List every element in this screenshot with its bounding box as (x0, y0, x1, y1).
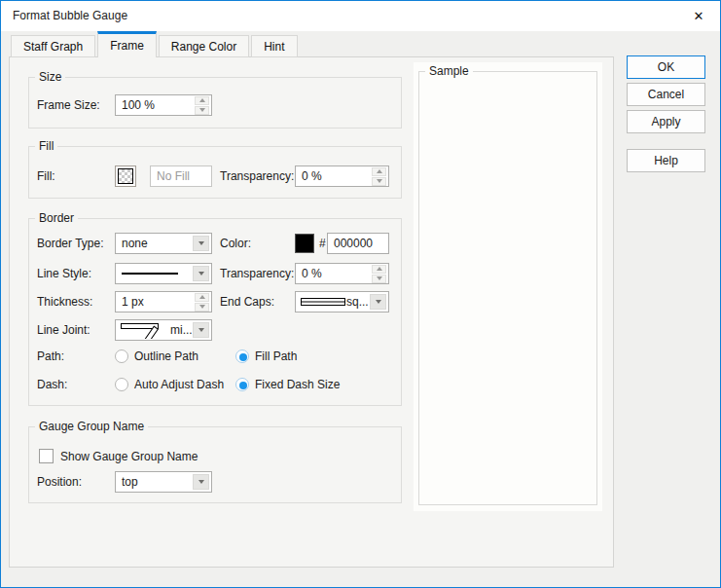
help-button[interactable]: Help (627, 149, 705, 172)
spin-down-icon[interactable] (195, 106, 209, 115)
path-label: Path: (37, 346, 64, 367)
line-joint-dropdown[interactable]: mi... (115, 319, 212, 341)
position-value: top (116, 472, 193, 492)
fill-group-label: Fill (35, 139, 57, 153)
sample-panel: Sample (414, 62, 602, 511)
end-caps-value: sq... (345, 292, 370, 312)
solid-line-icon (121, 271, 179, 276)
spin-up-icon[interactable] (372, 167, 386, 176)
border-color-hex-input[interactable]: 000000 (327, 233, 389, 254)
square-cap-icon (301, 297, 345, 307)
fill-swatch-button[interactable] (115, 165, 136, 187)
spin-up-icon[interactable] (195, 96, 209, 105)
dialog-title: Format Bubble Gauge (13, 9, 127, 22)
line-joint-value: mi... (169, 320, 193, 340)
line-style-dropdown[interactable] (115, 263, 212, 284)
miter-joint-icon (121, 321, 169, 339)
border-transparency-spinner (372, 265, 386, 283)
fixed-dash-size-radio[interactable]: Fixed Dash Size (235, 377, 340, 392)
chevron-down-icon[interactable] (193, 266, 209, 281)
size-group: Size Frame Size: 100 % (28, 77, 402, 129)
format-bubble-gauge-dialog: Format Bubble Gauge ✕ Staff Graph Frame … (0, 0, 721, 588)
spin-down-icon[interactable] (195, 303, 209, 312)
chevron-down-icon[interactable] (193, 236, 209, 251)
border-color-swatch[interactable] (295, 234, 314, 253)
apply-button[interactable]: Apply (627, 110, 705, 133)
gauge-group-name-group: Gauge Group Name Show Gauge Group Name P… (28, 426, 402, 503)
border-type-label: Border Type: (37, 233, 103, 254)
frame-size-label: Frame Size: (37, 94, 100, 116)
position-dropdown[interactable]: top (115, 471, 212, 493)
thickness-label: Thickness: (37, 291, 92, 312)
line-joint-label: Line Joint: (37, 319, 90, 341)
chevron-down-icon[interactable] (370, 294, 386, 310)
fixed-dash-size-label: Fixed Dash Size (255, 378, 340, 391)
title-bar: Format Bubble Gauge ✕ (1, 1, 720, 31)
spin-up-icon[interactable] (195, 293, 209, 302)
fill-label: Fill: (37, 165, 55, 187)
fill-value: No Fill (151, 166, 211, 186)
outline-path-radio[interactable]: Outline Path (115, 349, 198, 364)
frame-size-value: 100 % (116, 95, 195, 115)
position-label: Position: (37, 471, 82, 493)
show-gauge-group-name-checkbox[interactable] (39, 449, 54, 463)
outline-path-label: Outline Path (134, 349, 198, 363)
frame-size-spinner (195, 96, 209, 115)
border-color-hex-value: 000000 (328, 234, 388, 253)
border-type-dropdown[interactable]: none (115, 233, 212, 254)
tab-range-color[interactable]: Range Color (159, 35, 249, 57)
thickness-input[interactable]: 1 px (115, 291, 212, 312)
border-transparency-input[interactable]: 0 % (295, 263, 389, 284)
line-style-label: Line Style: (37, 263, 91, 284)
auto-adjust-dash-label: Auto Adjust Dash (134, 378, 224, 391)
thickness-spinner (195, 293, 209, 312)
tab-staff-graph[interactable]: Staff Graph (11, 35, 95, 57)
auto-adjust-dash-radio[interactable]: Auto Adjust Dash (115, 377, 224, 392)
fill-value-field[interactable]: No Fill (150, 165, 212, 187)
fill-path-radio[interactable]: Fill Path (235, 349, 297, 364)
fill-transparency-value: 0 % (296, 166, 372, 186)
border-group-label: Border (35, 211, 78, 225)
radio-unselected-icon (115, 349, 128, 363)
radio-unselected-icon (115, 378, 128, 391)
border-transparency-value: 0 % (296, 264, 372, 283)
sample-group-label: Sample (425, 64, 473, 78)
fill-path-label: Fill Path (255, 349, 297, 363)
ok-button[interactable]: OK (627, 55, 705, 79)
spin-down-icon[interactable] (372, 275, 386, 283)
spin-up-icon[interactable] (372, 265, 386, 274)
radio-selected-icon (235, 378, 249, 391)
thickness-value: 1 px (116, 292, 195, 312)
spin-down-icon[interactable] (372, 177, 386, 186)
close-icon[interactable]: ✕ (688, 6, 709, 27)
cancel-button[interactable]: Cancel (627, 83, 705, 106)
hex-hash-label: # (319, 233, 326, 254)
fill-transparency-label: Transparency: (220, 165, 294, 187)
fill-transparency-input[interactable]: 0 % (295, 165, 389, 187)
end-caps-label: End Caps: (220, 291, 274, 312)
fill-transparency-spinner (372, 167, 386, 186)
tab-frame[interactable]: Frame (97, 31, 157, 57)
border-type-value: none (116, 234, 193, 253)
gauge-group-name-label: Gauge Group Name (35, 420, 148, 433)
size-group-label: Size (35, 70, 65, 84)
fill-group: Fill Fill: No Fill Transparency: 0 % (28, 146, 402, 199)
chevron-down-icon[interactable] (193, 474, 209, 490)
show-gauge-group-name-label: Show Gauge Group Name (60, 449, 198, 464)
transparent-fill-icon (118, 168, 133, 184)
radio-selected-icon (235, 349, 249, 363)
tab-bar: Staff Graph Frame Range Color Hint (11, 31, 300, 57)
dash-label: Dash: (37, 374, 67, 395)
border-transparency-label: Transparency: (220, 263, 294, 284)
end-caps-dropdown[interactable]: sq... (295, 291, 389, 312)
border-color-label: Color: (220, 233, 251, 254)
frame-size-input[interactable]: 100 % (115, 94, 212, 116)
chevron-down-icon[interactable] (193, 322, 209, 338)
sample-group: Sample (418, 71, 597, 505)
tab-hint[interactable]: Hint (251, 35, 297, 57)
border-group: Border Border Type: none Color: # 000000… (28, 218, 402, 406)
tab-content-panel: Size Frame Size: 100 % Fill Fill: No Fil… (9, 56, 614, 568)
